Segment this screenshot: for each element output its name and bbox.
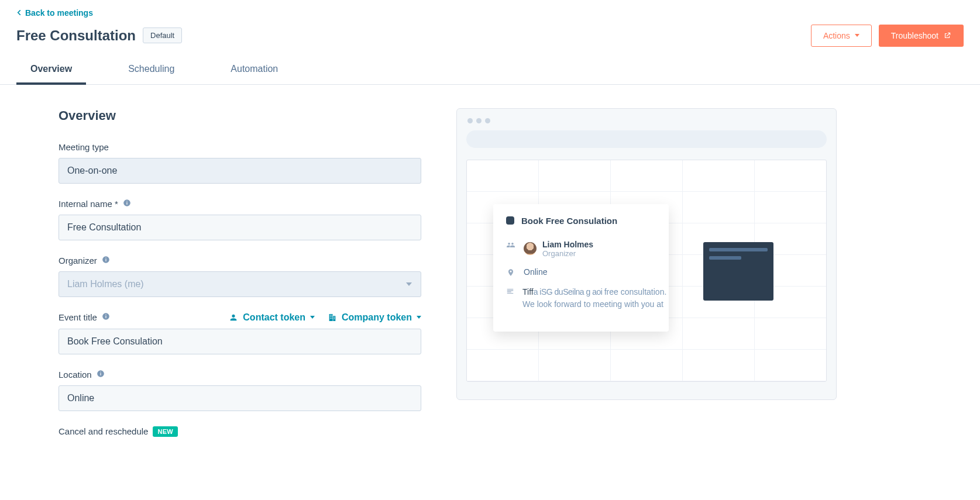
svg-rect-10 <box>100 373 101 375</box>
tabs: Overview Scheduling Automation <box>0 63 980 85</box>
caret-down-icon <box>855 34 859 37</box>
meeting-type-label: Meeting type <box>59 142 109 152</box>
calendar-event-block <box>703 242 773 301</box>
caret-down-icon <box>417 316 421 319</box>
svg-rect-7 <box>105 316 106 318</box>
event-color-dot <box>506 216 514 225</box>
popover-organizer-role: Organizer <box>542 249 593 258</box>
actions-button[interactable]: Actions <box>811 25 872 47</box>
troubleshoot-button-label: Troubleshoot <box>891 31 938 40</box>
svg-rect-8 <box>105 315 106 315</box>
troubleshoot-button[interactable]: Troubleshoot <box>879 25 964 47</box>
meeting-type-value: One-on-one <box>59 158 421 184</box>
external-link-icon <box>943 32 951 40</box>
avatar <box>524 242 537 255</box>
organizer-select[interactable]: Liam Holmes (me) <box>59 271 421 297</box>
actions-button-label: Actions <box>823 31 850 40</box>
info-icon[interactable] <box>102 256 110 265</box>
organizer-label: Organizer <box>59 256 110 265</box>
event-title-input[interactable] <box>59 329 421 354</box>
tab-automation[interactable]: Automation <box>216 64 292 85</box>
svg-rect-11 <box>100 371 101 372</box>
person-icon <box>229 313 238 322</box>
location-input[interactable] <box>59 385 421 411</box>
internal-name-input[interactable] <box>59 215 421 240</box>
svg-rect-1 <box>126 202 127 204</box>
overview-section-title: Overview <box>59 108 421 123</box>
preview-panel: Book Free Consulation Liam Holmes Organi… <box>456 108 837 400</box>
cancel-reschedule-label: Cancel and reschedule NEW <box>59 426 178 437</box>
info-icon[interactable] <box>123 199 131 209</box>
new-pill: NEW <box>153 426 178 437</box>
popover-title-text: Book Free Consulation <box>521 216 617 226</box>
svg-rect-2 <box>126 201 127 201</box>
tab-overview[interactable]: Overview <box>16 64 86 85</box>
calendar-grid: Book Free Consulation Liam Holmes Organi… <box>466 160 827 382</box>
description-icon <box>506 286 514 295</box>
location-label: Location <box>59 370 105 380</box>
internal-name-label: Internal name * <box>59 199 131 209</box>
popover-location: Online <box>524 267 547 277</box>
caret-down-icon <box>310 316 315 319</box>
back-to-meetings-label: Back to meetings <box>25 8 93 18</box>
info-icon[interactable] <box>97 370 105 380</box>
building-icon <box>328 313 337 322</box>
people-icon <box>506 240 515 249</box>
contact-token-button[interactable]: Contact token <box>229 312 315 323</box>
default-badge: Default <box>143 27 182 43</box>
info-icon[interactable] <box>102 312 110 322</box>
back-to-meetings-link[interactable]: Back to meetings <box>16 8 93 18</box>
event-popover: Book Free Consulation Liam Holmes Organi… <box>493 204 669 332</box>
page-title: Free Consultation <box>16 27 136 44</box>
chevron-left-icon <box>16 10 22 15</box>
window-dots <box>466 118 827 123</box>
event-title-label: Event title <box>59 312 110 322</box>
company-token-button[interactable]: Company token <box>328 312 421 323</box>
svg-rect-4 <box>105 258 106 261</box>
popover-description: Tiffa iSG duSeilna g aoi free consultati… <box>522 286 666 311</box>
url-bar-placeholder <box>466 130 827 148</box>
location-pin-icon <box>506 267 515 277</box>
tab-scheduling[interactable]: Scheduling <box>114 64 188 85</box>
popover-organizer-name: Liam Holmes <box>542 240 593 249</box>
svg-rect-5 <box>105 257 106 258</box>
chevron-down-icon <box>406 282 412 286</box>
